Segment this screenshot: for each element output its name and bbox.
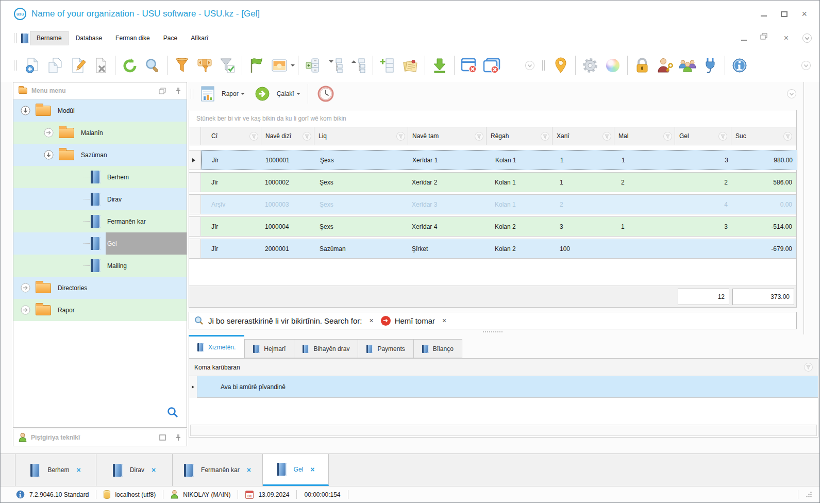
filter-apply-icon[interactable] xyxy=(216,54,239,77)
tree-item-directories[interactable]: Directories xyxy=(13,277,187,299)
location-icon[interactable] xyxy=(549,54,572,77)
filter-icon[interactable] xyxy=(171,54,193,77)
column-xani[interactable]: Xanî xyxy=(552,127,614,145)
collapse-arrow-icon[interactable] xyxy=(21,106,30,115)
menu-database[interactable]: Database xyxy=(70,31,108,45)
tab-bihayen-drav[interactable]: Bihayên drav xyxy=(294,339,358,358)
refresh-icon[interactable] xyxy=(119,54,141,77)
doctab-berhem[interactable]: Berhem× xyxy=(15,454,96,486)
colors-icon[interactable] xyxy=(601,54,624,77)
tree-item-mailing[interactable]: Mailing xyxy=(13,255,187,277)
search-icon[interactable] xyxy=(141,54,164,77)
tree-search-icon[interactable] xyxy=(167,407,178,420)
new-record-icon[interactable] xyxy=(21,54,44,77)
image-dropdown-caret[interactable] xyxy=(291,64,295,69)
search-prompt[interactable]: Ji bo sererastkirinê li vir bikirtînin. … xyxy=(208,316,362,325)
info-icon[interactable] xyxy=(728,54,751,77)
toolbar-more-icon[interactable] xyxy=(525,60,535,71)
column-suc[interactable]: Suc xyxy=(731,127,796,145)
tree-item-fermanen-kar[interactable]: Fermanên kar xyxy=(13,210,187,232)
go-icon[interactable] xyxy=(252,83,273,104)
filter-funnel-icon[interactable] xyxy=(804,363,813,372)
filter-funnel-icon[interactable] xyxy=(663,132,672,141)
menu-pace[interactable]: Pace xyxy=(157,31,183,45)
table-row-archived[interactable]: Arşîv1000003ŞexsXerîdar 3Kolan 1240.00 xyxy=(189,194,796,214)
plugin-icon[interactable] xyxy=(699,54,722,77)
filter-funnel-icon[interactable] xyxy=(718,132,727,141)
pane-splitter[interactable] xyxy=(189,329,797,334)
close-tab-icon[interactable]: × xyxy=(310,465,314,474)
user-permissions-icon[interactable] xyxy=(654,54,676,77)
settings-gear-icon[interactable] xyxy=(579,54,601,77)
filter-chip[interactable]: Hemî tomar xyxy=(395,316,435,325)
filter-columns-icon[interactable] xyxy=(193,54,216,77)
filter-funnel-icon[interactable] xyxy=(602,132,611,141)
image-icon[interactable] xyxy=(268,54,291,77)
column-regah[interactable]: Rêgah xyxy=(487,127,552,145)
menu-alikari[interactable]: Alîkarî xyxy=(185,31,214,45)
edit-record-icon[interactable] xyxy=(66,54,89,77)
doctab-fermanen-kar[interactable]: Fermanên kar× xyxy=(173,454,263,486)
menubar-grip[interactable] xyxy=(14,33,16,43)
copy-record-icon[interactable] xyxy=(44,54,66,77)
close-all-windows-icon[interactable] xyxy=(480,54,503,77)
close-window-icon[interactable] xyxy=(458,54,480,77)
tree-item-dirav[interactable]: Dirav xyxy=(13,188,187,210)
calaki-button[interactable]: Çalakî xyxy=(277,90,294,97)
delete-record-icon[interactable] xyxy=(89,54,112,77)
collapse-arrow-icon[interactable] xyxy=(44,150,54,160)
collapse-tree-icon[interactable] xyxy=(324,54,347,77)
tab-hejmari[interactable]: Hejmarî xyxy=(244,339,294,358)
expand-rows-icon[interactable] xyxy=(301,54,324,77)
filter-funnel-icon[interactable] xyxy=(249,132,258,141)
doctab-gel[interactable]: Gel× xyxy=(263,454,329,486)
flag-icon[interactable] xyxy=(245,54,268,77)
import-icon[interactable] xyxy=(428,54,451,77)
close-tab-icon[interactable]: × xyxy=(152,466,156,474)
sidebar-float-icon[interactable] xyxy=(159,88,166,94)
column-liq[interactable]: Liq xyxy=(314,127,408,145)
tree-item-gel[interactable]: Gel xyxy=(13,232,187,255)
tree-item-malanin[interactable]: Malanîn xyxy=(13,122,187,144)
clock-icon[interactable] xyxy=(315,83,336,104)
doctab-dirav[interactable]: Dirav× xyxy=(96,454,173,486)
table-row[interactable]: Jîr1000001ŞexsXerîdar 1Kolan 1113980.00 xyxy=(189,150,796,170)
detail-column-header[interactable]: Koma karûbaran xyxy=(189,359,818,376)
filter-funnel-icon[interactable] xyxy=(783,132,792,141)
search-bar[interactable]: Ji bo sererastkirinê li vir bikirtînin. … xyxy=(189,312,797,329)
tab-bilanco[interactable]: Bîlanço xyxy=(414,339,462,358)
tree-item-rapor[interactable]: Rapor xyxy=(13,299,187,321)
toolbar-more-right-icon[interactable] xyxy=(801,60,811,71)
report-icon[interactable] xyxy=(198,84,217,104)
column-nave-tam[interactable]: Navê tam xyxy=(408,127,487,145)
report-toolbar-more-icon[interactable] xyxy=(786,89,797,99)
tree-item-sazuman[interactable]: Sazûman xyxy=(13,144,187,166)
toolbar-grip[interactable] xyxy=(14,60,16,71)
expand-arrow-icon[interactable] xyxy=(21,283,30,293)
table-row[interactable]: Jîr2000001SazûmanŞîrketKolan 2100-679.00 xyxy=(189,239,796,259)
calaki-dropdown-caret[interactable] xyxy=(296,93,300,97)
close-tab-icon[interactable]: × xyxy=(76,466,80,474)
mdi-minimize-button[interactable] xyxy=(741,40,747,41)
chip-clear-icon[interactable]: × xyxy=(442,316,446,325)
filter-funnel-icon[interactable] xyxy=(396,132,405,141)
filter-funnel-icon[interactable] xyxy=(303,132,311,141)
add-column-icon[interactable] xyxy=(376,54,399,77)
close-tab-icon[interactable]: × xyxy=(247,466,251,474)
filter-funnel-icon[interactable] xyxy=(541,132,549,141)
table-row[interactable]: Jîr1000002ŞexsXerîdar 2Kolan 1122586.00 xyxy=(189,172,796,192)
group-by-hint[interactable]: Stûnek ber bi vir ve kaş bikin da ku li … xyxy=(189,110,796,127)
tree-item-modul[interactable]: Modûl xyxy=(13,99,187,122)
rapor-button[interactable]: Rapor xyxy=(222,90,239,97)
lock-icon[interactable] xyxy=(631,54,654,77)
calendar-icon[interactable]: 31 xyxy=(245,491,254,499)
rapor-dropdown-caret[interactable] xyxy=(241,93,245,97)
search-clear-icon[interactable]: × xyxy=(369,316,373,325)
column-mal[interactable]: Mal xyxy=(614,127,675,145)
minimize-button[interactable] xyxy=(761,15,767,16)
mdi-restore-button[interactable] xyxy=(760,33,770,43)
close-button[interactable]: × xyxy=(801,9,807,19)
mdi-close-button[interactable]: × xyxy=(784,34,789,42)
detail-row[interactable]: Ava bi amûrê pîvandinê xyxy=(189,376,818,398)
table-row[interactable]: Jîr1000004ŞexsXerîdar 4Kolan 2313-514.00 xyxy=(189,216,796,237)
